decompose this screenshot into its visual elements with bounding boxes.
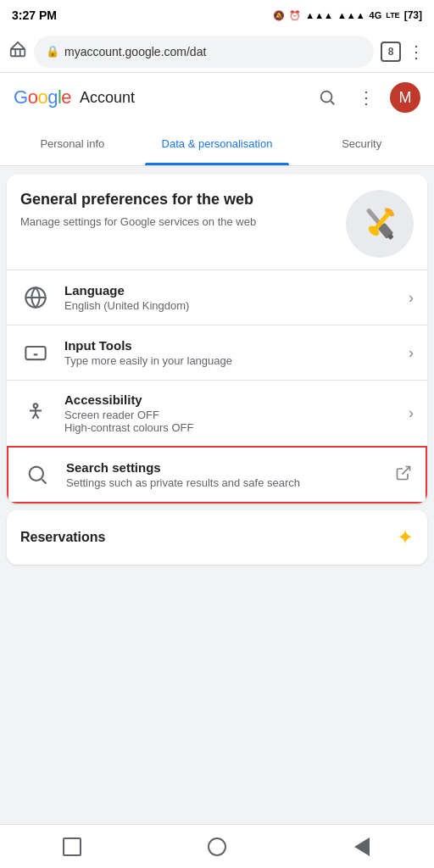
- keyboard-icon: [20, 337, 51, 368]
- mute-icon: 🔕: [273, 10, 285, 21]
- general-prefs-card: General preferences for the web Manage s…: [7, 175, 427, 504]
- accessibility-text: Accessibility Screen reader OFF High-con…: [64, 392, 395, 434]
- language-title: Language: [64, 283, 395, 298]
- input-tools-chevron: ›: [409, 344, 414, 362]
- reservations-title: Reservations: [20, 530, 383, 545]
- main-content: General preferences for the web Manage s…: [0, 166, 434, 624]
- accessibility-item[interactable]: Accessibility Screen reader OFF High-con…: [7, 380, 427, 446]
- svg-rect-8: [25, 347, 45, 359]
- battery-icon: [73]: [404, 9, 422, 21]
- back-icon: [354, 837, 370, 856]
- reservations-card[interactable]: Reservations ✦: [7, 510, 427, 565]
- browser-more-button[interactable]: ⋮: [408, 42, 426, 62]
- tab-personal-info[interactable]: Personal info: [0, 122, 145, 165]
- svg-point-9: [34, 403, 38, 408]
- language-item[interactable]: Language English (United Kingdom) ›: [7, 270, 427, 325]
- google-account-header: Google Account ⋮ M: [0, 73, 434, 122]
- status-bar: 3:27 PM 🔕 ⏰ ▲▲▲ ▲▲▲ 4G LTE [73]: [0, 0, 434, 31]
- nav-home-button[interactable]: [198, 828, 236, 865]
- input-tools-text: Input Tools Type more easily in your lan…: [64, 338, 395, 367]
- header-search-button[interactable]: [312, 82, 342, 113]
- tabs-bar: Personal info Data & personalisation Sec…: [0, 122, 434, 166]
- input-tools-item[interactable]: Input Tools Type more easily in your lan…: [7, 325, 427, 380]
- settings-list: General preferences for the web Manage s…: [0, 166, 434, 573]
- search-settings-icon: [22, 459, 53, 490]
- nav-stop-button[interactable]: [53, 828, 91, 865]
- prefs-title: General preferences for the web: [20, 190, 332, 209]
- tab-count[interactable]: 8: [381, 42, 401, 62]
- input-tools-title: Input Tools: [64, 338, 395, 353]
- url-text: myaccount.google.com/dat: [64, 45, 362, 58]
- svg-point-1: [321, 92, 332, 103]
- external-link-icon: [395, 465, 412, 486]
- browser-home-button[interactable]: [8, 40, 27, 63]
- lock-icon: 🔒: [46, 45, 59, 58]
- search-settings-desc: Settings such as private results and saf…: [66, 476, 381, 489]
- tab-data-personalisation[interactable]: Data & personalisation: [145, 122, 290, 165]
- search-settings-item[interactable]: Search settings Settings such as private…: [7, 446, 427, 504]
- header-more-button[interactable]: ⋮: [351, 82, 381, 113]
- prefs-text-block: General preferences for the web Manage s…: [20, 190, 332, 231]
- bottom-nav: [0, 824, 434, 868]
- language-icon: [20, 282, 51, 313]
- lte-label: LTE: [386, 11, 399, 19]
- prefs-icon: [346, 190, 414, 258]
- prefs-subtitle: Manage settings for Google services on t…: [20, 214, 332, 230]
- language-text: Language English (United Kingdom): [64, 283, 395, 312]
- prefs-header: General preferences for the web Manage s…: [7, 175, 427, 270]
- input-tools-desc: Type more easily in your language: [64, 354, 395, 367]
- home-circle-icon: [208, 837, 226, 856]
- language-chevron: ›: [409, 289, 414, 307]
- search-settings-text: Search settings Settings such as private…: [66, 460, 381, 489]
- svg-rect-0: [11, 49, 25, 56]
- language-desc: English (United Kingdom): [64, 299, 395, 312]
- url-bar[interactable]: 🔒 myaccount.google.com/dat: [34, 36, 374, 68]
- star-icon: ✦: [397, 526, 414, 549]
- status-time: 3:27 PM: [12, 8, 57, 22]
- account-text: Account: [80, 89, 135, 107]
- accessibility-chevron: ›: [409, 404, 414, 422]
- alarm-icon: ⏰: [289, 10, 301, 21]
- avatar[interactable]: M: [390, 82, 420, 113]
- signal-icon: ▲▲▲: [305, 10, 333, 20]
- svg-line-11: [402, 466, 409, 474]
- accessibility-desc: Screen reader OFF High-contrast colours …: [64, 409, 395, 434]
- tab-security[interactable]: Security: [289, 122, 434, 165]
- search-settings-title: Search settings: [66, 460, 381, 475]
- status-icons: 🔕 ⏰ ▲▲▲ ▲▲▲ 4G LTE [73]: [273, 9, 422, 21]
- nav-back-button[interactable]: [343, 828, 381, 865]
- stop-icon: [63, 837, 81, 856]
- accessibility-icon: [20, 398, 51, 429]
- signal-icon2: ▲▲▲: [337, 10, 365, 20]
- google-logo: Google: [14, 86, 71, 108]
- accessibility-title: Accessibility: [64, 392, 395, 407]
- svg-point-10: [30, 467, 43, 481]
- browser-bar: 🔒 myaccount.google.com/dat 8 ⋮: [0, 31, 434, 73]
- network-label: 4G: [370, 10, 382, 20]
